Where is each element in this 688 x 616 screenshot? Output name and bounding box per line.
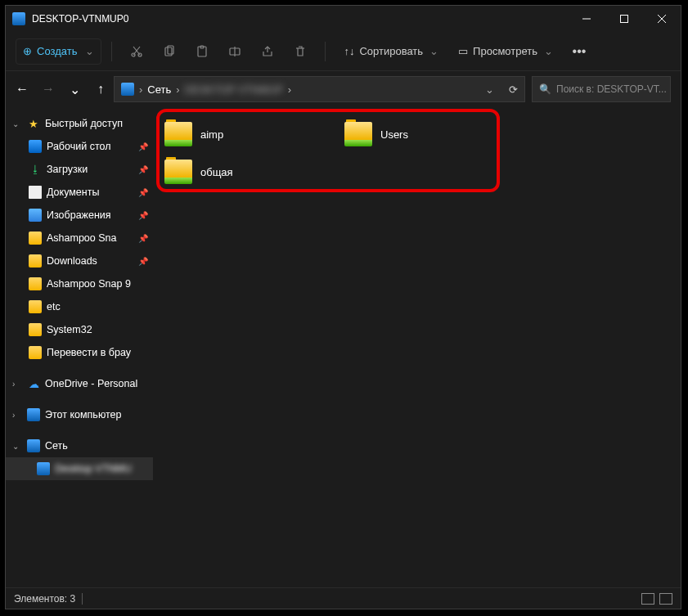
recent-button[interactable]: ⌄ xyxy=(68,82,81,97)
sidebar-label: System32 xyxy=(47,324,92,335)
window-controls xyxy=(568,6,681,32)
window-title: DESKTOP-VTNMUP0 xyxy=(32,13,128,25)
image-icon xyxy=(29,209,42,222)
sidebar-label: Ashampoo Sna xyxy=(47,232,116,244)
document-icon xyxy=(29,186,42,199)
expand-icon[interactable]: › xyxy=(12,411,22,420)
folder-item[interactable]: aimp xyxy=(164,117,312,151)
separator xyxy=(325,42,326,61)
new-label: Создать xyxy=(37,45,77,57)
sidebar-label: Этот компьютер xyxy=(45,409,121,420)
rename-button[interactable] xyxy=(220,38,250,65)
folder-item[interactable]: общая xyxy=(164,155,312,189)
sidebar-label: Ashampoo Snap 9 xyxy=(47,278,131,290)
toolbar: ⊕ Создать ⌄ ↑↓ Сортировать ⌄ ▭ Просмотре… xyxy=(6,32,681,71)
titlebar-left: DESKTOP-VTNMUP0 xyxy=(12,12,128,25)
delete-button[interactable] xyxy=(286,38,315,65)
refresh-button[interactable]: ⟳ xyxy=(509,83,518,96)
sidebar-label: Рабочий стол xyxy=(47,141,110,152)
sidebar-network-host[interactable]: Desktop VTNMU xyxy=(6,457,153,480)
sidebar-item-downloads[interactable]: ⭳Загрузки📌 xyxy=(6,158,153,181)
sidebar-label: Перевести в брау xyxy=(47,347,131,358)
shared-folder-icon xyxy=(164,160,192,184)
network-icon xyxy=(27,439,40,452)
collapse-icon[interactable]: ⌄ xyxy=(12,442,22,451)
address-bar[interactable]: › Сеть › DESKTOP VTNMUP › ⌄ ⟳ xyxy=(114,76,525,102)
sort-button[interactable]: ↑↓ Сортировать ⌄ xyxy=(335,42,447,61)
paste-button[interactable] xyxy=(187,38,217,65)
expand-icon[interactable]: › xyxy=(12,380,22,389)
share-button[interactable] xyxy=(253,38,282,65)
chevron-right-icon: › xyxy=(139,83,142,96)
cut-button[interactable] xyxy=(122,38,151,65)
pin-icon: 📌 xyxy=(138,211,148,220)
explorer-window: DESKTOP-VTNMUP0 ⊕ Создать ⌄ ↑↓ Сортирова… xyxy=(5,5,681,609)
navbar: ← → ⌄ ↑ › Сеть › DESKTOP VTNMUP › ⌄ ⟳ 🔍 … xyxy=(6,71,681,107)
view-label: Просмотреть xyxy=(473,45,537,57)
body: ⌄ ★ Быстрый доступ Рабочий стол📌 ⭳Загруз… xyxy=(6,107,681,587)
sidebar-label: Desktop VTNMU xyxy=(55,463,132,474)
folder-icon xyxy=(29,232,42,245)
breadcrumb-root[interactable]: Сеть xyxy=(147,83,171,96)
sidebar-item-folder[interactable]: System32 xyxy=(6,318,153,341)
titlebar[interactable]: DESKTOP-VTNMUP0 xyxy=(6,6,681,32)
forward-button[interactable]: → xyxy=(42,82,55,97)
folder-icon xyxy=(29,323,42,336)
folder-icon xyxy=(29,346,42,359)
cloud-icon: ☁ xyxy=(27,377,40,390)
sidebar-item-desktop[interactable]: Рабочий стол📌 xyxy=(6,135,153,158)
separator xyxy=(82,593,83,605)
collapse-icon[interactable]: ⌄ xyxy=(12,119,22,128)
item-label: Users xyxy=(380,128,408,141)
icons-view-button[interactable] xyxy=(659,593,672,605)
copy-button[interactable] xyxy=(155,38,184,65)
content-area[interactable]: aimp Users общая xyxy=(153,107,681,587)
star-icon: ★ xyxy=(27,117,40,130)
shared-folder-icon xyxy=(164,122,192,146)
back-button[interactable]: ← xyxy=(16,82,29,97)
minimize-button[interactable] xyxy=(568,6,605,32)
pin-icon: 📌 xyxy=(138,142,148,151)
svg-rect-1 xyxy=(621,16,628,23)
sidebar-label: Быстрый доступ xyxy=(45,118,123,129)
search-input[interactable]: 🔍 Поиск в: DESKTOP-VT... xyxy=(532,76,671,102)
pin-icon: 📌 xyxy=(138,188,148,197)
sort-icon: ↑↓ xyxy=(344,45,354,57)
sidebar-item-documents[interactable]: Документы📌 xyxy=(6,181,153,204)
item-label: общая xyxy=(200,166,233,178)
up-button[interactable]: ↑ xyxy=(94,82,107,97)
window-icon xyxy=(12,12,25,25)
sidebar-item-folder[interactable]: Ashampoo Snap 9 xyxy=(6,272,153,295)
status-bar: Элементов: 3 xyxy=(6,587,681,609)
history-dropdown-button[interactable]: ⌄ xyxy=(485,83,494,96)
view-button[interactable]: ▭ Просмотреть ⌄ xyxy=(450,42,561,61)
sidebar-item-folder[interactable]: etc xyxy=(6,295,153,318)
sidebar-label: etc xyxy=(47,301,61,312)
folder-icon xyxy=(29,254,42,268)
sidebar-item-folder[interactable]: Downloads📌 xyxy=(6,250,153,272)
pc-icon xyxy=(27,408,40,421)
maximize-button[interactable] xyxy=(605,6,643,32)
sort-label: Сортировать xyxy=(359,45,423,57)
close-button[interactable] xyxy=(643,6,681,32)
chevron-down-icon: ⌄ xyxy=(85,45,94,57)
details-view-button[interactable] xyxy=(641,593,654,605)
sidebar-network[interactable]: ⌄ Сеть xyxy=(6,434,153,457)
plus-icon: ⊕ xyxy=(23,45,32,57)
sidebar-item-pictures[interactable]: Изображения📌 xyxy=(6,204,153,227)
sidebar-item-folder[interactable]: Перевести в брау xyxy=(6,341,153,364)
new-button[interactable]: ⊕ Создать ⌄ xyxy=(16,38,101,65)
more-button[interactable]: ••• xyxy=(564,38,594,65)
separator xyxy=(111,42,112,61)
sidebar[interactable]: ⌄ ★ Быстрый доступ Рабочий стол📌 ⭳Загруз… xyxy=(6,107,153,587)
sidebar-this-pc[interactable]: › Этот компьютер xyxy=(6,403,153,426)
folder-item[interactable]: Users xyxy=(344,117,492,151)
item-list: aimp Users общая xyxy=(161,112,505,194)
breadcrumb-host[interactable]: DESKTOP VTNMUP xyxy=(185,83,283,96)
sidebar-quick-access[interactable]: ⌄ ★ Быстрый доступ xyxy=(6,112,153,135)
sidebar-onedrive[interactable]: › ☁ OneDrive - Personal xyxy=(6,372,153,395)
view-switcher xyxy=(641,593,672,605)
sidebar-item-folder[interactable]: Ashampoo Sna📌 xyxy=(6,227,153,250)
sidebar-label: Сеть xyxy=(45,440,68,452)
pin-icon: 📌 xyxy=(138,234,148,243)
